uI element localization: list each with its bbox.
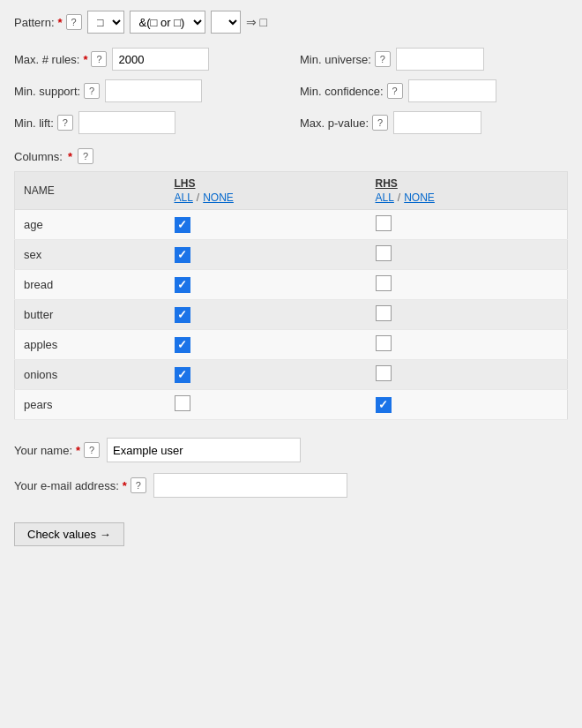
- min-lift-label-text: Min. lift:: [14, 116, 54, 130]
- lhs-all-none: ALL / NONE: [175, 191, 358, 204]
- table-row: apples: [15, 330, 568, 360]
- row-name-cell: onions: [15, 360, 166, 390]
- min-lift-input[interactable]: [78, 111, 175, 134]
- min-support-input[interactable]: [105, 79, 202, 102]
- min-universe-input[interactable]: [396, 48, 484, 71]
- your-name-label-text: Your name:: [14, 444, 72, 457]
- pattern-select2[interactable]: &(□ or □): [130, 11, 205, 34]
- rhs-none-link[interactable]: NONE: [404, 191, 435, 204]
- min-support-help[interactable]: ?: [84, 83, 100, 99]
- rhs-checkbox[interactable]: [376, 335, 392, 351]
- row-name-cell: pears: [15, 390, 166, 420]
- pattern-arrow: ⇒ □: [246, 15, 267, 29]
- min-lift-group: Min. lift: ?: [14, 111, 282, 134]
- rhs-checkbox[interactable]: [376, 397, 392, 413]
- lhs-checkbox[interactable]: [175, 367, 190, 383]
- table-row: pears: [15, 390, 568, 420]
- lhs-title: LHS: [175, 177, 358, 190]
- table-row: bread: [15, 270, 568, 300]
- pattern-row: Pattern: * ? □ &(□ or □) ⇒ □: [14, 11, 568, 34]
- rhs-title: RHS: [376, 177, 559, 190]
- main-page: Pattern: * ? □ &(□ or □) ⇒ □ Max. # rule…: [0, 0, 582, 557]
- lhs-checkbox[interactable]: [175, 395, 190, 411]
- row-name-cell: sex: [15, 240, 166, 270]
- min-universe-help[interactable]: ?: [375, 51, 391, 67]
- col-name-header: NAME: [15, 172, 166, 210]
- pattern-select1[interactable]: □: [87, 11, 124, 34]
- row-rhs-cell: [367, 210, 568, 240]
- table-row: butter: [15, 300, 568, 330]
- row-rhs-cell: [367, 240, 568, 270]
- col-rhs-header: RHS ALL / NONE: [367, 172, 568, 210]
- pattern-required: *: [58, 16, 63, 29]
- rhs-checkbox[interactable]: [376, 365, 392, 381]
- min-lift-label: Min. lift: ?: [14, 115, 73, 131]
- check-values-button[interactable]: Check values →: [14, 522, 124, 546]
- lhs-all-link[interactable]: ALL: [175, 191, 193, 204]
- max-rules-label: Max. # rules: * ?: [14, 51, 107, 67]
- max-rules-input[interactable]: [112, 48, 209, 71]
- lhs-checkbox[interactable]: [175, 307, 190, 323]
- lhs-slash: /: [197, 191, 199, 204]
- rhs-checkbox[interactable]: [376, 245, 392, 261]
- max-rules-required: *: [83, 53, 87, 66]
- lhs-checkbox[interactable]: [175, 247, 190, 263]
- table-row: sex: [15, 240, 568, 270]
- row-lhs-cell: [166, 300, 367, 330]
- row-lhs-cell: [166, 360, 367, 390]
- rhs-all-none: ALL / NONE: [376, 191, 559, 204]
- min-support-label-text: Min. support:: [14, 85, 80, 98]
- columns-table: NAME LHS ALL / NONE RHS: [14, 171, 568, 420]
- max-rules-help[interactable]: ?: [91, 51, 107, 67]
- max-pvalue-label: Max. p-value: ?: [300, 115, 388, 131]
- rhs-checkbox[interactable]: [376, 305, 392, 321]
- row-name-cell: butter: [15, 300, 166, 330]
- your-name-input[interactable]: [107, 438, 301, 462]
- your-name-label: Your name: * ?: [14, 442, 100, 458]
- max-pvalue-input[interactable]: [393, 111, 481, 134]
- row-lhs-cell: [166, 210, 367, 240]
- min-universe-label: Min. universe: ?: [300, 51, 391, 67]
- row-rhs-cell: [367, 270, 568, 300]
- min-confidence-label: Min. confidence: ?: [300, 83, 403, 99]
- your-name-help[interactable]: ?: [84, 442, 100, 458]
- row-lhs-cell: [166, 390, 367, 420]
- col-name-header-text: NAME: [24, 184, 55, 197]
- pattern-help-btn[interactable]: ?: [66, 14, 82, 30]
- min-lift-help[interactable]: ?: [57, 115, 73, 131]
- row-name-cell: age: [15, 210, 166, 240]
- your-name-required: *: [76, 444, 80, 457]
- your-name-row: Your name: * ?: [14, 438, 568, 462]
- pattern-select3[interactable]: [211, 11, 241, 34]
- row-rhs-cell: [367, 300, 568, 330]
- min-confidence-input[interactable]: [408, 79, 496, 102]
- your-email-help[interactable]: ?: [131, 477, 146, 493]
- min-support-label: Min. support: ?: [14, 83, 100, 99]
- table-row: onions: [15, 360, 568, 390]
- lhs-checkbox[interactable]: [175, 217, 190, 233]
- table-row: age: [15, 210, 568, 240]
- min-confidence-help[interactable]: ?: [387, 83, 403, 99]
- your-email-required: *: [123, 479, 127, 492]
- lhs-checkbox[interactable]: [175, 337, 190, 353]
- columns-help[interactable]: ?: [78, 148, 93, 164]
- col-lhs-header: LHS ALL / NONE: [166, 172, 367, 210]
- min-support-group: Min. support: ?: [14, 79, 282, 102]
- min-universe-label-text: Min. universe:: [300, 53, 371, 66]
- min-confidence-group: Min. confidence: ?: [300, 79, 568, 102]
- bottom-section: Your name: * ? Your e-mail address: * ? …: [14, 438, 568, 546]
- lhs-checkbox[interactable]: [175, 277, 190, 293]
- min-universe-group: Min. universe: ?: [300, 48, 568, 71]
- row-lhs-cell: [166, 330, 367, 360]
- max-pvalue-help[interactable]: ?: [372, 115, 388, 131]
- rhs-checkbox[interactable]: [376, 215, 392, 231]
- row-lhs-cell: [166, 240, 367, 270]
- max-pvalue-group: Max. p-value: ?: [300, 111, 568, 134]
- max-pvalue-label-text: Max. p-value:: [300, 116, 369, 130]
- your-email-input[interactable]: [153, 473, 347, 498]
- columns-label-text: Columns:: [14, 150, 63, 163]
- rhs-all-link[interactable]: ALL: [376, 191, 394, 204]
- rhs-checkbox[interactable]: [376, 275, 392, 291]
- rhs-header-container: RHS ALL / NONE: [376, 177, 559, 204]
- lhs-none-link[interactable]: NONE: [203, 191, 234, 204]
